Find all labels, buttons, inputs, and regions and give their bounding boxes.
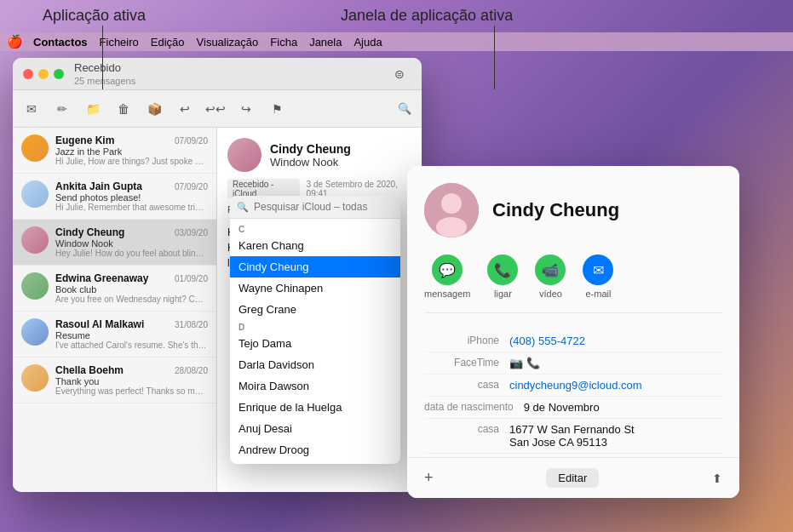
new-message-icon[interactable]: ✉ [20,97,43,121]
section-label-d: D [230,320,400,333]
menubar-item-edicao[interactable]: Edição [151,36,185,49]
field-label-iphone: iPhone [424,335,509,346]
field-iphone: iPhone (408) 555-4722 [424,330,722,352]
reply-all-icon[interactable]: ↩↩ [204,97,227,121]
avatar [21,318,49,346]
menubar-item-janela[interactable]: Janela [309,36,342,49]
contact-card-header: Cindy Cheung [424,183,722,237]
message-preview: Are you free on Wednesday night? Can't w… [55,295,208,304]
field-birthday: data de nascimento 9 de Novembro [424,397,722,419]
message-date: 07/09/20 [175,182,208,192]
mail-message-item[interactable]: Edwina Greenaway 01/09/20 Book club Are … [13,266,216,312]
contact-item-andrew-droog[interactable]: Andrew Droog [230,439,400,460]
minimize-button[interactable] [38,69,49,79]
field-value-address[interactable]: 1677 W San Fernando StSan Jose CA 95113 [509,423,635,449]
contact-card-footer: + Editar ⬆ [407,457,739,498]
search-icon[interactable]: 🔍 [394,99,415,119]
menubar: 🍎 Contactos Ficheiro Edição Visualização… [0,32,793,51]
contact-item-wayne-chinapen[interactable]: Wayne Chinapen [230,277,400,299]
contact-item-enrique-de-la-huelga[interactable]: Enrique de la Huelga [230,397,400,418]
action-message[interactable]: 💬 mensagem [424,255,470,299]
message-subject: Thank you [55,376,208,386]
section-label-c: C [230,222,400,235]
reply-icon[interactable]: ↩ [173,97,197,121]
sender-name: Ankita Jain Gupta [55,180,142,192]
traffic-lights [23,69,64,79]
compose-icon[interactable]: ✏ [50,97,74,121]
message-preview: I've attached Carol's resume. She's the … [55,340,208,350]
mail-message-item[interactable]: Eugene Kim 07/09/20 Jazz in the Park Hi … [13,128,216,174]
mail-window-title: Recebido 25 mensagens [74,61,388,87]
contact-item-tejo-dama[interactable]: Tejo Dama [230,333,400,354]
contact-item-greg-crane[interactable]: Greg Crane [230,299,400,320]
trash-icon[interactable]: 🗑 [112,97,135,121]
mail-message-item[interactable]: Rasoul Al Malkawi 31/08/20 Resume I've a… [13,312,216,358]
menubar-item-contactos[interactable]: Contactos [33,36,88,49]
action-email[interactable]: ✉ e-mail [583,255,613,299]
contact-actions: 💬 mensagem 📞 ligar 📹 vídeo ✉ e-mail [424,255,722,313]
action-call[interactable]: 📞 ligar [487,255,518,299]
close-button[interactable] [23,69,33,79]
field-email: casa cindycheung9@icloud.com [424,375,722,397]
contact-avatar [424,183,479,237]
mail-inbox-label: Recebido [74,61,121,74]
field-value-email[interactable]: cindycheung9@icloud.com [509,379,642,392]
contact-card: Cindy Cheung 💬 mensagem 📞 ligar 📹 vídeo … [407,166,739,498]
mail-message-item[interactable]: Ankita Jain Gupta 07/09/20 Send photos p… [13,174,216,220]
mail-message-count: 25 mensagens [74,76,135,86]
action-video-label: vídeo [539,289,562,299]
annotation-active-app: Aplicação ativa [43,7,146,25]
message-preview: Hi Julie, Remember that awesome trip we … [55,203,208,212]
sender-name: Rasoul Al Malkawi [55,318,144,330]
share-icon[interactable]: ⬆ [712,472,722,485]
message-preview: Hi Julie, How are things? Just spoke wit… [55,157,208,166]
detail-subject: Window Nook [270,156,351,169]
menubar-item-visualizacao[interactable]: Visualização [197,36,259,49]
field-value-iphone[interactable]: (408) 555-4722 [509,335,585,347]
contacts-search-input[interactable] [254,201,394,213]
message-date: 03/09/20 [175,228,208,237]
annotation-line-left [102,26,103,89]
contact-item-darla-davidson[interactable]: Darla Davidson [230,354,400,375]
filter-icon[interactable]: ⊜ [388,62,411,86]
flag-icon[interactable]: ⚑ [265,97,289,121]
annotation-line-right [494,26,495,89]
detail-sender-name: Cindy Cheung [270,142,351,156]
message-subject: Jazz in the Park [55,146,208,157]
contact-item-anuj-desai[interactable]: Anuj Desai [230,418,400,439]
mail-message-item-selected[interactable]: Cindy Cheung 03/09/20 Window Nook Hey Ju… [13,220,216,266]
edit-button[interactable]: Editar [546,468,599,488]
apple-menu-icon[interactable]: 🍎 [7,34,23,49]
mail-message-item[interactable]: Chella Boehm 28/08/20 Thank you Everythi… [13,358,216,403]
add-button[interactable]: + [424,469,434,487]
move-icon[interactable]: 📁 [81,97,105,121]
message-subject: Book club [55,284,208,295]
field-value-facetime[interactable]: 📷 📞 [509,357,540,369]
menubar-item-ficheiro[interactable]: Ficheiro [100,36,139,49]
contacts-list-window: 🔍 C Karen Chang Cindy Cheung Wayne China… [230,196,400,464]
avatar [21,226,49,254]
message-preview: Hey Julie! How do you feel about blinds … [55,249,208,258]
svg-point-1 [441,193,462,214]
menubar-item-ficha[interactable]: Ficha [270,36,297,49]
archive-icon[interactable]: 📦 [142,97,166,121]
field-address: casa 1677 W San Fernando StSan Jose CA 9… [424,419,722,454]
message-subject: Send photos please! [55,192,208,203]
email-icon: ✉ [583,255,613,285]
contact-item-moira-dawson[interactable]: Moira Dawson [230,375,400,397]
contact-item-cindy-cheung[interactable]: Cindy Cheung [230,256,400,277]
menubar-item-ajuda[interactable]: Ajuda [353,36,382,49]
action-message-label: mensagem [424,289,470,299]
field-label-address-casa: casa [424,423,509,435]
forward-icon[interactable]: ↪ [234,97,258,121]
contact-fields: iPhone (408) 555-4722 FaceTime 📷 📞 casa … [424,330,722,475]
maximize-button[interactable] [54,69,64,79]
action-video[interactable]: 📹 vídeo [535,255,566,299]
contacts-search-bar: 🔍 [230,196,400,219]
svg-point-2 [436,217,467,237]
action-email-label: e-mail [585,289,611,299]
video-icon: 📹 [535,255,566,285]
message-date: 31/08/20 [175,320,208,329]
sender-name: Eugene Kim [55,134,114,146]
contact-item-karen-chang[interactable]: Karen Chang [230,235,400,256]
